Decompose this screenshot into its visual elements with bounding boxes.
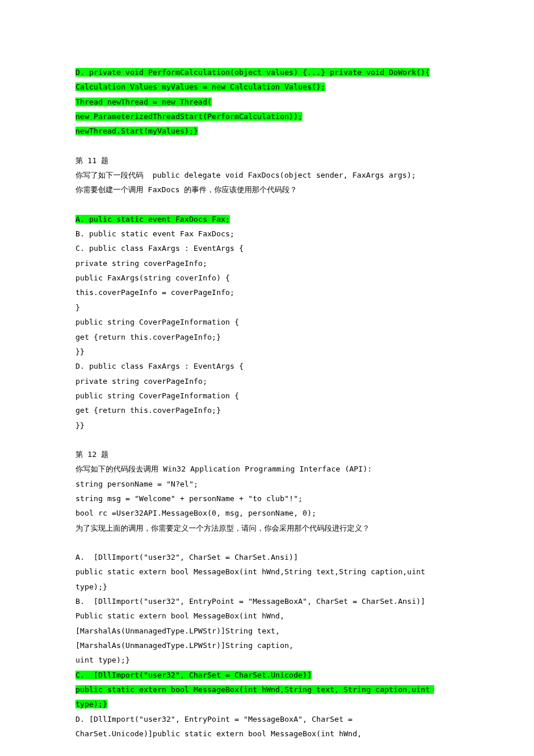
text: D. public class FaxArgs : EventArgs { bbox=[75, 362, 244, 370]
text: string personName = "N?el"; bbox=[75, 480, 198, 488]
text-line: 为了实现上面的调用，你需要定义一个方法原型，请问，你会采用那个代码段进行定义？ bbox=[75, 521, 459, 535]
text: }} bbox=[75, 421, 85, 430]
text: 你需要创建一个调用 FaxDocs 的事件，你应该使用那个代码段？ bbox=[75, 185, 297, 194]
text: string msg = "Welcome" + personName + "t… bbox=[75, 494, 302, 503]
text: [MarshalAs(UnmanagedType.LPWStr)]String … bbox=[75, 641, 294, 650]
blank-line bbox=[75, 197, 459, 212]
text-line: A. pulic static event FaxDocs Fax; bbox=[75, 212, 459, 226]
text-line: public static extern bool MessageBox(int… bbox=[75, 682, 459, 712]
text-line: B. public static event Fax FaxDocs; bbox=[75, 226, 459, 241]
text-line: } bbox=[75, 300, 459, 315]
text-line: string msg = "Welcome" + personName + "t… bbox=[75, 491, 459, 506]
text: public static extern bool MessageBox(int… bbox=[75, 567, 430, 591]
highlighted-text: C. [DllImport("user32", CharSet = CharSe… bbox=[75, 671, 312, 679]
text-line: this.coverPageInfo = coverPageInfo; bbox=[75, 285, 459, 300]
blank-line bbox=[75, 535, 459, 550]
text-line: A. [DllImport("user32", CharSet = CharSe… bbox=[75, 550, 459, 564]
text-line: 第 12 题 bbox=[75, 447, 459, 462]
text: } bbox=[75, 303, 80, 312]
text: [MarshalAs(UnmanagedType.LPWStr)]String … bbox=[75, 627, 280, 635]
text-line: }} bbox=[75, 344, 459, 359]
text-line: [MarshalAs(UnmanagedType.LPWStr)]String … bbox=[75, 624, 459, 638]
text-line: C. public class FaxArgs : EventArgs { bbox=[75, 241, 459, 255]
text: get {return this.coverPageInfo;} bbox=[75, 333, 221, 341]
text-line: private string coverPageInfo; bbox=[75, 256, 459, 271]
text-line: bool rc =User32API.MessageBox(0, msg, pe… bbox=[75, 506, 459, 520]
text-line: [MarshalAs(UnmanagedType.LPWStr)]String … bbox=[75, 638, 459, 653]
text: private string coverPageInfo; bbox=[75, 259, 207, 268]
text-line: C. [DllImport("user32", CharSet = CharSe… bbox=[75, 668, 459, 682]
highlighted-text: Calculation Values myValues = new Calcul… bbox=[75, 82, 325, 91]
text-line: new ParameterizedThreadStart(PerformCalc… bbox=[75, 109, 459, 124]
text-line: get {return this.coverPageInfo;} bbox=[75, 403, 459, 417]
blank-line bbox=[75, 433, 459, 447]
text: }} bbox=[75, 347, 85, 356]
text-line: public string CoverPageInformation { bbox=[75, 388, 459, 403]
text: public string CoverPageInformation { bbox=[75, 318, 239, 326]
text: A. [DllImport("user32", CharSet = CharSe… bbox=[75, 553, 298, 561]
highlighted-text: new ParameterizedThreadStart(PerformCalc… bbox=[75, 112, 302, 121]
text: uint type);} bbox=[75, 656, 130, 664]
text: 第 11 题 bbox=[75, 156, 109, 165]
text: D. [DllImport("user32", EntryPoint = "Me… bbox=[75, 715, 352, 723]
document-page: D. private void PerformCalculation(objec… bbox=[0, 0, 534, 756]
text-line: D. private void PerformCalculation(objec… bbox=[75, 65, 459, 80]
text: public string CoverPageInformation { bbox=[75, 391, 239, 400]
text-line: newThread.Start(myValues);} bbox=[75, 124, 459, 138]
text-line: public string CoverPageInformation { bbox=[75, 315, 459, 329]
text-line: public FaxArgs(string coverInfo) { bbox=[75, 271, 459, 285]
text-line: D. [DllImport("user32", EntryPoint = "Me… bbox=[75, 712, 459, 726]
text: 你写如下的代码段去调用 Win32 Application Programmin… bbox=[75, 465, 372, 473]
text: 第 12 题 bbox=[75, 450, 109, 459]
text: Public static extern bool MessageBox(int… bbox=[75, 611, 284, 620]
text-line: B. [DllImport("user32", EntryPoint = "Me… bbox=[75, 594, 459, 609]
highlighted-text: D. private void PerformCalculation(objec… bbox=[75, 68, 430, 77]
blank-line bbox=[75, 139, 459, 153]
text-line: Public static extern bool MessageBox(int… bbox=[75, 609, 459, 623]
text-line: 你写了如下一段代码 public delegate void FaxDocs(o… bbox=[75, 168, 459, 182]
text-line: 你写如下的代码段去调用 Win32 Application Programmin… bbox=[75, 462, 459, 476]
text-line: Thread newThread = new Thread( bbox=[75, 95, 459, 109]
text: this.coverPageInfo = coverPageInfo; bbox=[75, 288, 234, 297]
text-line: get {return this.coverPageInfo;} bbox=[75, 330, 459, 344]
text-line: 你需要创建一个调用 FaxDocs 的事件，你应该使用那个代码段？ bbox=[75, 182, 459, 197]
text: bool rc =User32API.MessageBox(0, msg, pe… bbox=[75, 509, 316, 517]
highlighted-text: Thread newThread = new Thread( bbox=[75, 98, 212, 106]
text: CharSet.Unicode)]public static extern bo… bbox=[75, 729, 362, 738]
text-line: private string coverPageInfo; bbox=[75, 374, 459, 388]
highlighted-text: A. pulic static event FaxDocs Fax; bbox=[75, 215, 230, 224]
text-line: uint type);} bbox=[75, 653, 459, 667]
text: B. [DllImport("user32", EntryPoint = "Me… bbox=[75, 597, 425, 606]
text: private string coverPageInfo; bbox=[75, 377, 207, 386]
highlighted-text: newThread.Start(myValues);} bbox=[75, 127, 198, 135]
text: get {return this.coverPageInfo;} bbox=[75, 406, 221, 415]
text-line: public static extern bool MessageBox(int… bbox=[75, 564, 459, 594]
text: C. public class FaxArgs : EventArgs { bbox=[75, 244, 244, 253]
text: 你写了如下一段代码 public delegate void FaxDocs(o… bbox=[75, 171, 416, 179]
text: public FaxArgs(string coverInfo) { bbox=[75, 273, 230, 282]
text-line: Calculation Values myValues = new Calcul… bbox=[75, 80, 459, 94]
highlighted-text: public static extern bool MessageBox(int… bbox=[75, 685, 434, 708]
text-line: 第 11 题 bbox=[75, 153, 459, 168]
text-line: string personName = "N?el"; bbox=[75, 477, 459, 491]
text-line: D. public class FaxArgs : EventArgs { bbox=[75, 359, 459, 373]
text-line: }} bbox=[75, 418, 459, 433]
text: B. public static event Fax FaxDocs; bbox=[75, 229, 234, 238]
text: 为了实现上面的调用，你需要定义一个方法原型，请问，你会采用那个代码段进行定义？ bbox=[75, 524, 370, 532]
text-line: CharSet.Unicode)]public static extern bo… bbox=[75, 726, 459, 741]
